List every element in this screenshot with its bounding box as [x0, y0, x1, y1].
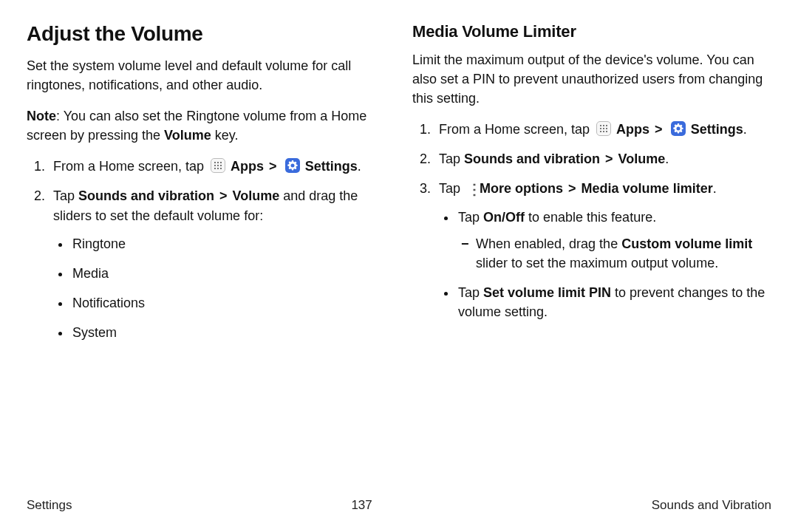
step1-prefix: From a Home screen, tap	[53, 159, 208, 174]
dash-list: When enabled, drag the Custom volume lim…	[458, 234, 771, 273]
period: .	[743, 122, 747, 137]
separator: >	[655, 122, 663, 137]
period: .	[665, 151, 669, 166]
right-step-3: Tap More options > Media volume limiter.…	[434, 179, 771, 321]
dash-suffix: slider to set the maximum output volume.	[476, 256, 718, 270]
r-step3-prefix: Tap	[439, 181, 464, 196]
period: .	[358, 159, 361, 174]
right-step-2: Tap Sounds and vibration > Volume.	[434, 149, 771, 168]
apps-label: Apps	[231, 159, 264, 174]
volume-label: Volume	[618, 151, 666, 166]
apps-icon	[211, 158, 225, 173]
bullet-ringtone: Ringtone	[71, 234, 386, 253]
note-volume-key: Volume	[164, 128, 211, 143]
more-options-icon	[467, 180, 473, 195]
right-column: Media Volume Limiter Limit the maximum o…	[412, 22, 771, 352]
bullet-pin: Tap Set volume limit PIN to prevent chan…	[457, 283, 771, 321]
volume-bullets: Ringtone Media Notifications System	[53, 234, 386, 342]
step3-bullets: Tap On/Off to enable this feature. When …	[439, 208, 771, 321]
onoff-suffix: to enable this feature.	[525, 210, 656, 225]
left-step-2: Tap Sounds and vibration > Volume and dr…	[49, 186, 386, 342]
sounds-and-vibration: Sounds and vibration	[78, 188, 214, 203]
period: .	[713, 181, 717, 196]
footer-left: Settings	[27, 498, 72, 513]
right-step-1: From a Home screen, tap Apps > Settings.	[434, 120, 771, 139]
footer-right: Sounds and Vibration	[652, 498, 771, 513]
bullet-media: Media	[71, 264, 386, 283]
set-volume-limit-pin: Set volume limit PIN	[483, 285, 611, 300]
settings-icon	[671, 121, 686, 136]
settings-icon	[285, 158, 300, 173]
heading-media-limiter: Media Volume Limiter	[412, 22, 771, 41]
separator: >	[605, 151, 613, 166]
separator: >	[568, 181, 576, 196]
settings-label: Settings	[305, 159, 358, 174]
bullet-notifications: Notifications	[71, 293, 386, 313]
right-steps: From a Home screen, tap Apps > Settings.…	[412, 120, 771, 321]
dash-prefix: When enabled, drag the	[476, 236, 621, 251]
pin-prefix: Tap	[458, 285, 483, 300]
media-volume-limiter-label: Media volume limiter	[582, 181, 713, 196]
sounds-and-vibration: Sounds and vibration	[464, 151, 600, 166]
more-options-label: More options	[480, 181, 563, 196]
separator: >	[269, 159, 277, 174]
onoff-prefix: Tap	[458, 210, 483, 225]
heading-adjust-volume: Adjust the Volume	[27, 22, 386, 46]
apps-label: Apps	[616, 122, 649, 137]
onoff-label: On/Off	[483, 210, 525, 225]
left-step-1: From a Home screen, tap Apps > Settings.	[49, 157, 386, 176]
r-step1-prefix: From a Home screen, tap	[439, 122, 593, 137]
custom-volume-limit: Custom volume limit	[621, 236, 752, 251]
step2-prefix: Tap	[53, 188, 78, 203]
left-steps: From a Home screen, tap Apps > Settings.…	[27, 157, 386, 342]
apps-icon	[596, 121, 611, 136]
page-footer: Settings 137 Sounds and Vibration	[27, 498, 771, 513]
settings-label: Settings	[691, 122, 743, 137]
note-text-2: key.	[211, 128, 239, 143]
r-step2-prefix: Tap	[439, 151, 464, 166]
page-columns: Adjust the Volume Set the system volume …	[27, 22, 771, 352]
volume-label: Volume	[233, 188, 280, 203]
right-intro: Limit the maximum output of the device's…	[412, 50, 771, 108]
note-paragraph: Note: You can also set the Ringtone volu…	[27, 106, 386, 145]
page-number: 137	[351, 498, 372, 513]
left-column: Adjust the Volume Set the system volume …	[27, 22, 386, 352]
dash-custom-limit: When enabled, drag the Custom volume lim…	[476, 234, 771, 273]
separator: >	[219, 188, 228, 203]
bullet-onoff: Tap On/Off to enable this feature. When …	[457, 208, 771, 273]
note-label: Note	[27, 109, 56, 123]
bullet-system: System	[71, 323, 386, 342]
intro-text: Set the system volume level and default …	[27, 56, 386, 95]
